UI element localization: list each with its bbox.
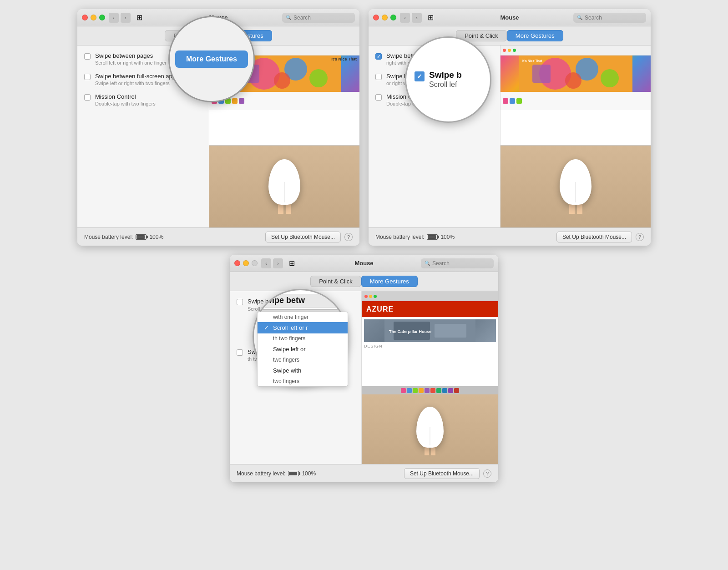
forward-btn-2[interactable]: ›: [412, 13, 422, 23]
battery-pct-3: 100%: [302, 470, 316, 477]
nav-btns-2: ‹ › ⊞: [400, 13, 435, 23]
forward-btn-3[interactable]: ›: [273, 258, 283, 268]
search-input-1[interactable]: [293, 15, 351, 21]
mag2-check: ✓: [417, 73, 422, 80]
close-btn-1[interactable]: [82, 15, 88, 20]
window-1: ‹ › ⊞ Mouse 🔍 Point & Click More Gesture…: [77, 9, 359, 246]
gesture-subtitle-mission-1: Double-tap with two fingers: [95, 101, 156, 106]
traffic-lights-2: [373, 15, 396, 20]
dropdown-item-label-2: Swipe left or: [273, 346, 306, 353]
maximize-btn-1[interactable]: [99, 15, 105, 20]
minimize-btn-1[interactable]: [91, 15, 96, 20]
battery-info-2: Mouse battery level: 100%: [375, 234, 455, 240]
tab-more-gestures-3[interactable]: More Gestures: [361, 276, 418, 287]
bottom-right-2: Set Up Bluetooth Mouse... ?: [556, 232, 644, 242]
dock-icon-4: [232, 98, 238, 104]
help-btn-2[interactable]: ?: [636, 233, 644, 241]
setup-btn-1[interactable]: Set Up Bluetooth Mouse...: [265, 232, 341, 242]
titlebar-2: ‹ › ⊞ Mouse 🔍: [369, 9, 651, 26]
grid-btn-3[interactable]: ⊞: [287, 258, 297, 268]
help-btn-1[interactable]: ?: [344, 233, 353, 241]
gesture-text-swipe-pages-1: Swipe between pages Scroll left or right…: [95, 52, 171, 66]
dropdown-item-scroll-left[interactable]: ✓ Scroll left or r: [258, 322, 348, 333]
maximize-btn-2[interactable]: [390, 15, 396, 20]
azure-img-3: The Caterpillar House: [364, 319, 496, 342]
checkbox-swipe-pages-2[interactable]: ✓: [375, 53, 382, 60]
dropdown-item-with-two[interactable]: th two fingers: [258, 333, 348, 343]
battery-label-3: Mouse battery level:: [237, 470, 285, 477]
gesture-text-mission-1: Mission Control Double-tap with two fing…: [95, 93, 156, 106]
battery-info-1: Mouse battery level: 100%: [84, 234, 163, 240]
dock-icon-3b: [407, 388, 412, 393]
window-title-3: Mouse: [354, 260, 373, 267]
grid-btn-1[interactable]: ⊞: [134, 13, 144, 23]
checkbox-swipe-pages-3[interactable]: [237, 299, 243, 305]
traffic-lights-1: [82, 15, 105, 20]
search-icon-1: 🔍: [286, 15, 291, 20]
dropdown-item-label-0: with one finger: [273, 314, 308, 320]
gesture-subtitle-swipe-pages-1: Scroll left or right with one finger: [95, 60, 167, 66]
mag2-title: Swipe b: [429, 71, 462, 80]
checkbox-fullscreen-2[interactable]: [375, 74, 382, 80]
mag2-text-block: Swipe b Scroll lef: [429, 71, 462, 89]
checkbox-fullscreen-1[interactable]: [84, 74, 91, 80]
azure-dot-g: [374, 295, 377, 298]
dock-icon-3e: [425, 388, 430, 393]
tab-bar-2: Point & Click More Gestures: [369, 26, 651, 45]
forward-btn-1[interactable]: ›: [121, 13, 131, 23]
help-btn-3[interactable]: ?: [483, 469, 491, 478]
checkbox-mission-2[interactable]: [375, 94, 382, 101]
minimize-btn-3[interactable]: [243, 260, 249, 266]
dropdown-item-with-one[interactable]: with one finger: [258, 312, 348, 322]
mag2-subtitle: Scroll lef: [429, 81, 462, 89]
dock-icon-2a: [503, 98, 508, 104]
bottom-right-3: Set Up Bluetooth Mouse... ?: [404, 468, 491, 479]
dock-icon-2b: [510, 98, 515, 104]
dropdown-item-two-fingers-b[interactable]: two fingers: [258, 355, 348, 365]
tab-more-gestures-2[interactable]: More Gestures: [507, 30, 563, 41]
back-btn-2[interactable]: ‹: [400, 13, 410, 23]
mouse-hand-area-3: [362, 394, 498, 464]
checkbox-swipe-pages-1[interactable]: [84, 53, 91, 60]
checkbox-fullscreen-3[interactable]: [237, 349, 243, 356]
azure-dot-y: [369, 295, 372, 298]
bottom-row: ‹ › ⊞ Mouse 🔍 Point & Click More Gesture…: [9, 255, 719, 482]
mouse-hand-area-1: [209, 146, 359, 227]
dropdown-item-swipe-left[interactable]: Swipe left or: [258, 343, 348, 355]
gesture-subtitle-fullscreen-1: Swipe left or right with two fingers: [95, 81, 179, 86]
grid-btn-2[interactable]: ⊞: [425, 13, 435, 23]
mouse-container-2: [560, 159, 592, 214]
maximize-btn-3[interactable]: [252, 260, 258, 266]
bottom-bar-1: Mouse battery level: 100% Set Up Bluetoo…: [77, 227, 359, 246]
close-btn-3[interactable]: [234, 260, 240, 266]
azure-top-bar-3: AZURE: [362, 301, 498, 317]
window-title-2: Mouse: [500, 14, 519, 21]
preview-art-2: It's Nice That: [500, 55, 651, 92]
search-input-2[interactable]: [585, 15, 642, 21]
browser-dot-y-2: [508, 49, 511, 52]
magnifier-inner-1: More Gestures: [170, 17, 253, 101]
tab-point-click-3[interactable]: Point & Click: [310, 276, 361, 287]
checkbox-mission-1[interactable]: [84, 94, 91, 101]
search-input-3[interactable]: [432, 260, 490, 267]
dropdown-item-two-fingers-c[interactable]: two fingers: [258, 376, 348, 386]
dock-icon-3g: [436, 388, 441, 393]
minimize-btn-2[interactable]: [382, 15, 388, 20]
search-bar-1[interactable]: 🔍: [282, 13, 355, 23]
back-btn-1[interactable]: ‹: [109, 13, 119, 23]
magnifier-inner-2: ✓ Swipe b Scroll lef: [406, 38, 490, 121]
setup-btn-2[interactable]: Set Up Bluetooth Mouse...: [556, 232, 632, 242]
svg-point-10: [601, 69, 619, 87]
search-bar-2[interactable]: 🔍: [573, 13, 646, 23]
dropdown-item-swipe-with[interactable]: Swipe with: [258, 365, 348, 376]
titlebar-3: ‹ › ⊞ Mouse 🔍: [230, 255, 498, 272]
svg-point-3: [309, 69, 328, 87]
battery-icon-3: [288, 471, 299, 476]
search-icon-2: 🔍: [577, 15, 582, 20]
right-panel-3: AZURE The Caterpillar House: [362, 291, 498, 464]
close-btn-2[interactable]: [373, 15, 379, 20]
setup-btn-3[interactable]: Set Up Bluetooth Mouse...: [404, 468, 480, 479]
back-btn-3[interactable]: ‹: [261, 258, 271, 268]
azure-logo-3: AZURE: [366, 305, 394, 313]
search-bar-3[interactable]: 🔍: [421, 258, 494, 268]
